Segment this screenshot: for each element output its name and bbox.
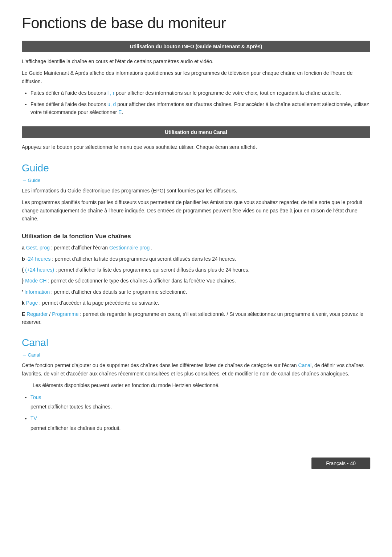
feature-a-gestprog: Gest. prog	[26, 245, 50, 251]
info-bullet1-keys: l , r	[107, 90, 114, 96]
feature-e-text: : permet d'afficher des détails sur le p…	[50, 289, 187, 295]
feature-E-link2: Programme	[52, 311, 78, 317]
canal-menu-para: Appuyez sur le bouton pour sélectionner …	[22, 143, 370, 151]
feature-k-label: k	[22, 300, 26, 306]
info-bullet1-pre: Faites défiler à l'aide des boutons	[30, 90, 107, 96]
info-button-header: Utilisation du bouton INFO (Guide Mainte…	[22, 41, 370, 52]
feature-row-b: b -24 heures : permet d'afficher la list…	[22, 255, 370, 263]
feature-k-text: : permet d'accéder à la page précédente …	[38, 300, 159, 306]
canal-indent-text: Les éléments disponibles peuvent varier …	[33, 381, 370, 389]
vue-chaines-title: Utilisation de la fonction Vue chaînes	[22, 233, 370, 240]
feature-row-c: { (+24 heures) : permet d'afficher la li…	[22, 266, 370, 274]
canal-bullet-tv-desc: permet d'afficher les chaînes du produit…	[30, 424, 370, 432]
feature-row-E: E Regarder / Programme : permet de regar…	[22, 310, 370, 326]
feature-a-pre: : permet d'afficher l'écran	[50, 245, 109, 251]
canal-bullet-tv-label: TV	[30, 415, 37, 421]
info-bullet2-keys: u, d	[107, 101, 116, 107]
footer-page-label: Français - 40	[311, 458, 370, 469]
canal-menu-section: Utilisation du menu Canal Appuyez sur le…	[22, 126, 370, 151]
guide-section: Guide → Guide Les informations du Guide …	[22, 162, 370, 223]
feature-e-link: Information	[24, 289, 50, 295]
canal-para-link: Canal	[298, 362, 312, 368]
canal-para-pre: Cette fonction permet d'ajouter ou de su…	[22, 362, 298, 368]
canal-paragraph: Cette fonction permet d'ajouter ou de su…	[22, 361, 370, 378]
info-button-section: Utilisation du bouton INFO (Guide Mainte…	[22, 41, 370, 116]
guide-para1: Les informations du Guide électronique d…	[22, 187, 370, 195]
guide-para2: Les programmes planifiés fournis par les…	[22, 198, 370, 223]
info-bullet-1: Faites défiler à l'aide des boutons l , …	[30, 89, 370, 97]
canal-bullet-tous: Tous permet d'afficher toutes les chaîne…	[30, 393, 370, 411]
vue-chaines-section: Utilisation de la fonction Vue chaînes a…	[22, 233, 370, 326]
feature-k-link: Page	[26, 300, 38, 306]
feature-E-link1: Regarder	[26, 311, 48, 317]
feature-b-text: : permet d'afficher la liste des program…	[50, 256, 236, 262]
info-bullet1-post: pour afficher des informations sur le pr…	[114, 90, 341, 96]
canal-bullet-tv: TV permet d'afficher les chaînes du prod…	[30, 414, 370, 432]
feature-c-link: (+24 heures)	[25, 267, 54, 273]
page-title: Fonctions de base du moniteur	[22, 15, 370, 32]
canal-bullet-tous-label: Tous	[30, 394, 41, 400]
info-bullet-2: Faites défiler à l'aide des boutons u, d…	[30, 100, 370, 117]
info-bullet2-pre: Faites défiler à l'aide des boutons	[30, 101, 107, 107]
info-bullet2-end: .	[122, 109, 123, 115]
feature-d-text: : permet de sélectionner le type des cha…	[46, 278, 236, 284]
info-bullet2-key2: E	[118, 109, 122, 115]
feature-row-k: k Page : permet d'accéder à la page préc…	[22, 299, 370, 307]
feature-a-post: .	[150, 245, 152, 251]
feature-row-d: } Mode CH : permet de sélectionner le ty…	[22, 277, 370, 285]
feature-b-label: b	[22, 256, 26, 262]
guide-title: Guide	[22, 162, 370, 174]
canal-section: Canal → Canal Cette fonction permet d'aj…	[22, 337, 370, 432]
canal-bullet-tous-desc: permet d'afficher toutes les chaînes.	[30, 403, 370, 411]
feature-d-link: Mode CH	[25, 278, 46, 284]
canal-indent: Les éléments disponibles peuvent varier …	[33, 381, 370, 389]
feature-row-e: ' Information : permet d'afficher des dé…	[22, 288, 370, 296]
canal-nav[interactable]: → Canal	[22, 352, 370, 358]
feature-b-link: -24 heures	[26, 256, 50, 262]
feature-a-link: Gestionnaire prog	[109, 245, 150, 251]
feature-E-label: E	[22, 311, 26, 317]
feature-E-sep: /	[48, 311, 52, 317]
canal-title: Canal	[22, 337, 370, 349]
guide-nav[interactable]: → Guide	[22, 178, 370, 183]
info-button-para2: Le Guide Maintenant & Après affiche des …	[22, 69, 370, 85]
canal-menu-header: Utilisation du menu Canal	[22, 126, 370, 138]
feature-row-a: a Gest. prog : permet d'afficher l'écran…	[22, 244, 370, 252]
feature-a-label: a	[22, 245, 26, 251]
info-button-list: Faites défiler à l'aide des boutons l , …	[30, 89, 370, 116]
feature-c-label: {	[22, 267, 25, 273]
footer-container: Français - 40	[22, 443, 370, 469]
feature-c-text: : permet d'afficher la liste des program…	[54, 267, 249, 273]
canal-bullet-list: Tous permet d'afficher toutes les chaîne…	[30, 393, 370, 432]
info-button-para1: L'affichage identifie la chaîne en cours…	[22, 57, 370, 65]
feature-d-label: }	[22, 278, 25, 284]
